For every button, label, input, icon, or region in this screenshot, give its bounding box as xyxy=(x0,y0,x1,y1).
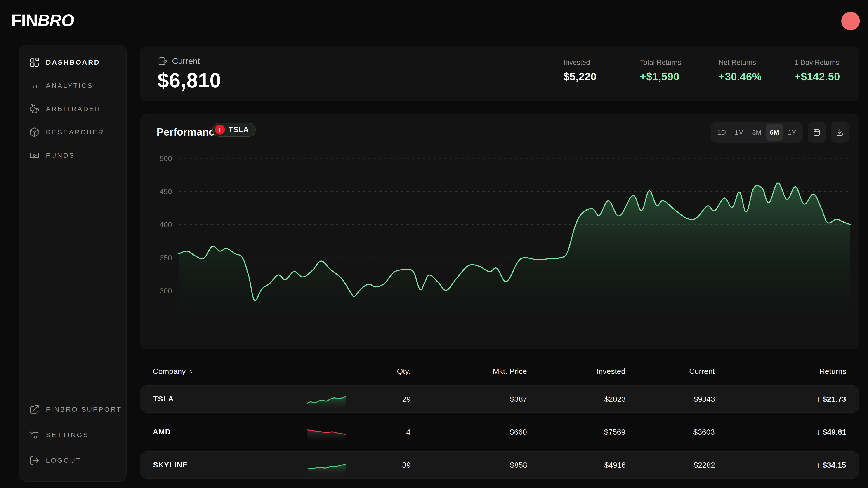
sparkline-amd xyxy=(279,421,374,443)
sparkline-chart xyxy=(307,388,346,410)
company-name: AMD xyxy=(153,428,279,436)
mkt-price-value: $387 xyxy=(411,395,527,403)
qty-value: 29 xyxy=(375,395,411,403)
stat-label: Total Returns xyxy=(640,59,719,67)
sidebar-item-funds[interactable]: FUNDS xyxy=(19,144,126,166)
column-header-company[interactable]: Company xyxy=(153,367,279,376)
performance-header: Performance T TSLA 1D 1M 3M 6M 1Y xyxy=(141,114,859,148)
stat-1day-returns: 1 Day Returns +$142.50 xyxy=(795,59,845,83)
invested-value: $7569 xyxy=(527,428,625,436)
table-row-skyline[interactable]: SKYLINE 39 $858 $4916 $2282 ↑ $34.15 xyxy=(140,451,859,479)
returns-amount: $34.15 xyxy=(823,461,846,469)
sidebar-item-label: SETTINGS xyxy=(46,431,89,439)
sidebar-item-researcher[interactable]: RESEARCHER xyxy=(19,121,126,143)
sidebar-item-label: RESEARCHER xyxy=(46,128,104,136)
sliders-icon xyxy=(29,430,39,440)
up-arrow-icon: ↑ xyxy=(817,461,820,469)
sidebar-item-logout[interactable]: LOGOUT xyxy=(19,449,126,471)
box-icon xyxy=(29,127,39,137)
sidebar-footer: FINBRO SUPPORT SETTINGS LOGOUT xyxy=(19,398,126,471)
holdings-table: Company Qty. Mkt. Price Invested Current… xyxy=(140,365,859,479)
sort-icon xyxy=(188,368,194,375)
mkt-price-value: $858 xyxy=(411,461,527,469)
range-button-1y[interactable]: 1Y xyxy=(783,124,801,141)
wallet-icon xyxy=(158,56,167,66)
logo-fin: FIN xyxy=(11,11,37,30)
table-row-tsla[interactable]: TSLA 29 $387 $2023 $9343 ↑ $21.73 xyxy=(140,385,859,413)
calendar-icon xyxy=(812,128,821,137)
performance-card: Performance T TSLA 1D 1M 3M 6M 1Y xyxy=(140,114,859,349)
range-button-3m[interactable]: 3M xyxy=(748,124,766,141)
logout-icon xyxy=(29,455,39,466)
range-button-6m[interactable]: 6M xyxy=(766,124,783,141)
main-content: Current $6,810 Invested $5,220 Total Ret… xyxy=(140,46,859,484)
company-name: TSLA xyxy=(153,395,280,403)
svg-text:450: 450 xyxy=(160,187,172,196)
current-value: $3603 xyxy=(625,428,715,436)
ticker-symbol: TSLA xyxy=(228,125,249,134)
returns-value: ↓ $49.81 xyxy=(715,428,846,436)
svg-text:300: 300 xyxy=(160,287,172,295)
sidebar-item-label: FINBRO SUPPORT xyxy=(46,405,122,413)
qty-value: 39 xyxy=(375,461,411,469)
avatar[interactable] xyxy=(841,12,860,30)
table-row-amd[interactable]: AMD 4 $660 $7569 $3603 ↓ $49.81 xyxy=(140,418,859,446)
sidebar-item-settings[interactable]: SETTINGS xyxy=(19,424,126,446)
stat-invested: Invested $5,220 xyxy=(563,59,640,83)
column-header-current[interactable]: Current xyxy=(625,367,715,376)
company-name: SKYLINE xyxy=(153,461,280,469)
stat-net-returns: Net Returns +30.46% xyxy=(719,59,795,83)
column-header-invested[interactable]: Invested xyxy=(527,367,625,376)
holdings-header-row: Company Qty. Mkt. Price Invested Current… xyxy=(140,365,859,377)
current-value: $9343 xyxy=(626,395,715,403)
stat-value: +30.46% xyxy=(719,70,795,83)
returns-value: ↑ $34.15 xyxy=(715,461,846,469)
calendar-button[interactable] xyxy=(808,122,826,142)
returns-amount: $49.81 xyxy=(823,428,846,436)
returns-amount: $21.73 xyxy=(823,395,846,403)
summary-stats: Invested $5,220 Total Returns +$1,590 Ne… xyxy=(563,59,845,83)
sidebar-item-analytics[interactable]: ANALYTICS xyxy=(19,74,126,97)
current-value: $6,810 xyxy=(158,69,221,92)
sidebar-item-dashboard[interactable]: DASHBOARD xyxy=(19,51,126,73)
column-header-qty[interactable]: Qty. xyxy=(374,367,410,376)
invested-value: $4916 xyxy=(527,461,626,469)
range-button-1m[interactable]: 1M xyxy=(730,124,748,141)
stat-total-returns: Total Returns +$1,590 xyxy=(640,59,719,83)
summary-card: Current $6,810 Invested $5,220 Total Ret… xyxy=(140,46,859,101)
dashboard-icon xyxy=(29,57,39,68)
topbar: FINBRO xyxy=(0,0,868,45)
up-arrow-icon: ↑ xyxy=(817,395,820,403)
banknote-icon xyxy=(29,150,39,161)
sidebar-nav-list: DASHBOARD ANALYTICS ARBITRADER RESEARCHE… xyxy=(19,45,126,166)
sidebar-item-label: DASHBOARD xyxy=(46,59,100,66)
sparkline-skyline xyxy=(280,454,375,476)
sidebar-item-label: LOGOUT xyxy=(46,457,81,464)
download-button[interactable] xyxy=(831,122,849,142)
stat-label: Net Returns xyxy=(719,59,795,67)
finbro-logo: FINBRO xyxy=(11,11,74,30)
mkt-price-value: $660 xyxy=(410,428,527,436)
range-button-1d[interactable]: 1D xyxy=(713,124,730,141)
stat-value: +$142.50 xyxy=(795,70,845,83)
current-balance-block: Current $6,810 xyxy=(158,56,221,92)
stat-label: 1 Day Returns xyxy=(795,59,845,67)
sidebar-item-label: FUNDS xyxy=(46,152,75,159)
chart-controls: 1D 1M 3M 6M 1Y xyxy=(711,122,849,142)
sidebar-item-finbro-support[interactable]: FINBRO SUPPORT xyxy=(19,398,126,420)
current-value: $2282 xyxy=(626,461,715,469)
column-header-mkt-price[interactable]: Mkt. Price xyxy=(410,367,527,376)
logo-bro: BRO xyxy=(37,11,74,30)
performance-area-chart[interactable]: 500450400350300 xyxy=(141,114,859,349)
column-label: Company xyxy=(153,367,186,376)
qty-value: 4 xyxy=(374,428,410,436)
sidebar-item-arbitrader[interactable]: ARBITRADER xyxy=(19,98,126,120)
column-header-returns[interactable]: Returns xyxy=(715,367,846,376)
ticker-pill[interactable]: T TSLA xyxy=(212,123,256,137)
range-segmented-control: 1D 1M 3M 6M 1Y xyxy=(711,122,803,142)
sidebar-item-label: ANALYTICS xyxy=(46,82,93,90)
analytics-icon xyxy=(29,80,39,91)
sidebar: DASHBOARD ANALYTICS ARBITRADER RESEARCHE… xyxy=(19,45,127,482)
performance-title: Performance xyxy=(157,126,220,138)
svg-text:500: 500 xyxy=(160,154,172,163)
